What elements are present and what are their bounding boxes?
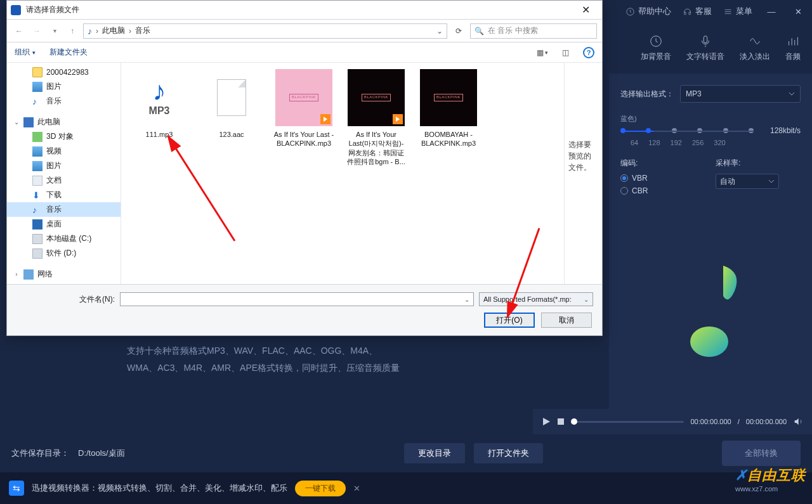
dialog-nav: ← → ▾ ↑ ♪ › 此电脑 › 音乐 ⌄ ⟳ 🔍 在 音乐 中搜索 xyxy=(7,20,602,42)
svg-rect-4 xyxy=(558,418,564,425)
file-name: 123.aac xyxy=(201,130,262,139)
tree-node-diskc[interactable]: 本地磁盘 (C:) xyxy=(7,231,121,246)
file-open-dialog: 请选择音频文件 ✕ ← → ▾ ↑ ♪ › 此电脑 › 音乐 ⌄ ⟳ 🔍 在 音… xyxy=(6,0,603,336)
cancel-button[interactable]: 取消 xyxy=(541,313,592,328)
menu-label: 菜单 xyxy=(736,6,752,17)
organize-button[interactable]: 组织 ▾ xyxy=(15,47,36,58)
tool-add-bg[interactable]: 加背景音 xyxy=(641,34,671,62)
dialog-titlebar: 请选择音频文件 ✕ xyxy=(7,1,602,20)
tree-node-docs[interactable]: 文档 xyxy=(7,173,121,188)
tree-node-diskd[interactable]: 软件 (D:) xyxy=(7,246,121,261)
clock-icon xyxy=(625,7,635,16)
folder-tree: 2000422983 图片 ♪音乐 ⌄此电脑 3D 对象 视频 图片 文档 ⬇下… xyxy=(7,63,121,284)
tool-add-bg-label: 加背景音 xyxy=(641,51,671,62)
sample-rate-label: 采样率: xyxy=(716,158,801,169)
change-dir-button[interactable]: 更改目录 xyxy=(404,443,465,463)
file-item-123aac[interactable]: 123.aac xyxy=(201,69,262,139)
close-button[interactable]: ✕ xyxy=(790,7,806,16)
ad-download-button[interactable]: 一键下载 xyxy=(295,481,346,496)
refresh-button[interactable]: ⟳ xyxy=(451,27,466,36)
bars-icon xyxy=(786,34,800,48)
radio-cbr[interactable]: CBR xyxy=(620,186,705,195)
bitrate-labels: 64 128 192 256 320 xyxy=(631,139,801,146)
sample-rate-select[interactable]: 自动 xyxy=(716,174,779,189)
file-name: As If It's Your Last - BLACKPINK.mp3 xyxy=(273,130,334,148)
tree-node-pictures[interactable]: 图片 xyxy=(7,79,121,94)
search-input[interactable]: 🔍 在 音乐 中搜索 xyxy=(470,23,597,39)
tree-node-desktop[interactable]: 桌面 xyxy=(7,217,121,231)
customer-service-link[interactable]: 客服 xyxy=(683,6,712,17)
sample-rate-value: 自动 xyxy=(720,176,735,187)
dialog-title: 请选择音频文件 xyxy=(26,4,573,15)
file-type-filter[interactable]: All Supported Formats(*.mp:⌄ xyxy=(479,292,593,306)
breadcrumb-item-music[interactable]: 音乐 xyxy=(135,25,150,36)
ad-close-button[interactable]: ✕ xyxy=(353,484,360,493)
tree-node-music[interactable]: ♪音乐 xyxy=(7,202,121,217)
filename-label: 文件名(N): xyxy=(16,294,115,305)
stop-icon[interactable] xyxy=(557,418,565,425)
breadcrumb[interactable]: ♪ › 此电脑 › 音乐 ⌄ xyxy=(83,23,447,39)
nav-up-button[interactable]: ↑ xyxy=(65,24,79,38)
convert-all-button[interactable]: 全部转换 xyxy=(722,441,801,466)
quality-hint: 蓝色) xyxy=(620,114,801,124)
main-description: 支持十余种音频格式MP3、WAV、FLAC、AAC、OGG、M4A、 WMA、A… xyxy=(127,342,539,376)
music-art-placeholder xyxy=(620,237,801,389)
new-folder-button[interactable]: 新建文件夹 xyxy=(49,47,88,58)
tree-node-videos[interactable]: 视频 xyxy=(7,144,121,158)
nav-back-button[interactable]: ← xyxy=(12,24,26,38)
help-button[interactable]: ? xyxy=(583,47,594,58)
tree-node-2000422983[interactable]: 2000422983 xyxy=(7,65,121,79)
open-folder-button[interactable]: 打开文件夹 xyxy=(474,443,543,463)
radio-vbr[interactable]: VBR xyxy=(620,174,705,183)
album-art-icon: BLACKPINK xyxy=(420,69,477,126)
tool-tts[interactable]: 文字转语音 xyxy=(686,34,724,62)
output-format-select[interactable]: MP3 xyxy=(680,85,801,103)
output-format-label: 选择输出格式： xyxy=(620,89,674,100)
breadcrumb-dropdown-icon[interactable]: ⌄ xyxy=(436,27,443,36)
tree-node-pictures2[interactable]: 图片 xyxy=(7,158,121,173)
mic-icon xyxy=(698,34,712,48)
tree-node-network[interactable]: ›网络 xyxy=(7,267,121,281)
filename-input[interactable]: ⌄ xyxy=(120,292,474,306)
music-note-icon xyxy=(666,259,755,367)
chevron-down-icon xyxy=(768,178,775,184)
tree-node-downloads[interactable]: ⬇下载 xyxy=(7,188,121,202)
tool-tts-label: 文字转语音 xyxy=(686,51,724,62)
music-note-icon: ♪ xyxy=(88,26,92,36)
dialog-close-button[interactable]: ✕ xyxy=(573,4,598,16)
file-item-boombayah[interactable]: BLACKPINK BOOMBAYAH - BLACKPINK.mp3 xyxy=(418,69,479,148)
ad-logo-icon: ⇆ xyxy=(9,481,24,496)
nav-recent-button[interactable]: ▾ xyxy=(48,24,62,38)
tree-node-3d[interactable]: 3D 对象 xyxy=(7,129,121,144)
tool-fade[interactable]: 淡入淡出 xyxy=(740,34,770,62)
tool-audio[interactable]: 音频 xyxy=(785,34,801,62)
watermark: ✗自由互联 www.xz7.com xyxy=(735,466,806,493)
player-progress[interactable] xyxy=(571,421,684,423)
file-name: As If It's Your Last(마지막처럼)-网友别名：韩国证件照抖音… xyxy=(346,130,407,166)
view-mode-button[interactable]: ▦ ▾ xyxy=(537,48,548,57)
play-icon[interactable] xyxy=(542,417,551,426)
clock-icon xyxy=(649,34,663,48)
dialog-toolbar: 组织 ▾ 新建文件夹 ▦ ▾ ◫ ? xyxy=(7,42,602,63)
settings-panel: 选择输出格式： MP3 蓝色) 128kbit/s 64 128 192 256… xyxy=(609,74,812,410)
minimize-button[interactable]: — xyxy=(764,7,779,16)
volume-icon[interactable] xyxy=(793,417,803,427)
file-name: BOOMBAYAH - BLACKPINK.mp3 xyxy=(418,130,479,148)
search-placeholder: 在 音乐 中搜索 xyxy=(488,25,538,36)
dialog-footer: 文件名(N): ⌄ All Supported Formats(*.mp:⌄ 打… xyxy=(7,284,602,335)
help-center-link[interactable]: 帮助中心 xyxy=(625,6,671,17)
menu-link[interactable]: 菜单 xyxy=(723,6,752,17)
tree-node-this-pc[interactable]: ⌄此电脑 xyxy=(7,115,121,129)
open-button[interactable]: 打开(O) xyxy=(484,313,535,328)
file-item-asif2[interactable]: BLACKPINK As If It's Your Last(마지막처럼)-网友… xyxy=(346,69,407,166)
footer-bar: 文件保存目录： D:/tools/桌面 更改目录 打开文件夹 全部转换 xyxy=(0,434,812,472)
tree-node-music-top[interactable]: ♪音乐 xyxy=(7,94,121,108)
file-item-asif1[interactable]: BLACKPINK As If It's Your Last - BLACKPI… xyxy=(273,69,334,148)
file-item-111mp3[interactable]: ♪ MP3 111.mp3 xyxy=(129,69,190,139)
tool-fade-label: 淡入淡出 xyxy=(740,51,770,62)
nav-forward-button[interactable]: → xyxy=(30,24,44,38)
breadcrumb-item-pc[interactable]: 此电脑 xyxy=(102,25,125,36)
bottom-ad-bar: ⇆ 迅捷视频转换器：视频格式转换、切割、合并、美化、增减水印、配乐 一键下载 ✕ xyxy=(0,472,812,504)
preview-pane-button[interactable]: ◫ xyxy=(562,48,569,57)
fade-icon xyxy=(748,34,762,48)
